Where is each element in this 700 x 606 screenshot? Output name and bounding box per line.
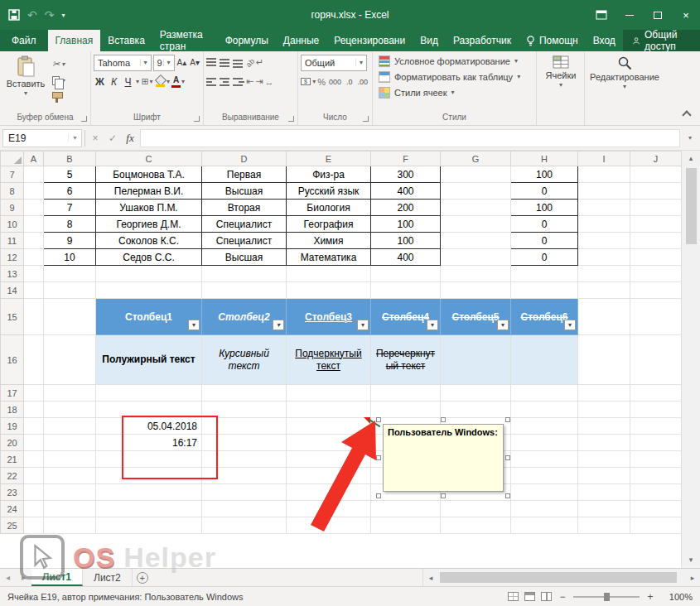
cell-B7[interactable]: 5 bbox=[44, 166, 96, 183]
cell-J23[interactable] bbox=[630, 484, 682, 501]
cell-C23[interactable] bbox=[96, 484, 202, 501]
cell-D14[interactable] bbox=[202, 282, 287, 299]
cell-J15[interactable] bbox=[630, 299, 682, 335]
cell-A23[interactable] bbox=[24, 484, 44, 501]
cell-C16[interactable]: Полужирный текст bbox=[96, 335, 202, 385]
cell-E9[interactable]: Биология bbox=[287, 200, 371, 216]
cell-E12[interactable]: Математика bbox=[287, 249, 371, 266]
cell-I16[interactable] bbox=[578, 335, 630, 385]
dialog-launcher-icon[interactable] bbox=[363, 116, 369, 122]
cell-E15[interactable]: Столбец3▾ bbox=[287, 299, 371, 335]
cell-G12[interactable] bbox=[441, 249, 511, 266]
filter-button-F15[interactable]: ▾ bbox=[427, 320, 438, 330]
cell-J24[interactable] bbox=[630, 501, 682, 517]
cell-E11[interactable]: Химия bbox=[287, 233, 371, 249]
increase-font-button[interactable]: А▴ bbox=[176, 58, 188, 67]
cell-G9[interactable] bbox=[441, 200, 511, 216]
editing-button[interactable]: Редактирование ▾ bbox=[587, 53, 662, 90]
cell-I13[interactable] bbox=[578, 266, 630, 282]
cell-D8[interactable]: Высшая bbox=[202, 183, 287, 200]
cell-D16[interactable]: Курсивный текст bbox=[202, 335, 287, 385]
cell-H22[interactable] bbox=[511, 468, 578, 484]
row-header-20[interactable]: 20 bbox=[1, 435, 24, 451]
cell-A13[interactable] bbox=[24, 266, 44, 282]
cell-I21[interactable] bbox=[578, 451, 630, 468]
cut-button[interactable]: ✂▾ bbox=[52, 57, 65, 71]
cell-F14[interactable] bbox=[371, 282, 441, 299]
filter-button-H15[interactable]: ▾ bbox=[564, 320, 576, 330]
new-sheet-button[interactable]: + bbox=[133, 569, 152, 586]
cell-E17[interactable] bbox=[287, 385, 371, 402]
percent-format-icon[interactable]: % bbox=[317, 77, 326, 87]
cell-D17[interactable] bbox=[202, 385, 287, 402]
column-header-D[interactable]: D bbox=[202, 152, 287, 166]
scroll-up-button[interactable]: ▴ bbox=[682, 151, 700, 166]
cell-B18[interactable] bbox=[44, 402, 96, 418]
cell-G17[interactable] bbox=[441, 385, 511, 402]
cell-H14[interactable] bbox=[511, 282, 578, 299]
zoom-level[interactable]: 100% bbox=[661, 592, 693, 602]
cell-G24[interactable] bbox=[441, 501, 511, 517]
close-button[interactable]: × bbox=[672, 0, 700, 30]
format-as-table-button[interactable]: Форматировать как таблицу ▾ bbox=[375, 69, 533, 84]
cell-D7[interactable]: Первая bbox=[202, 166, 287, 183]
cell-J16[interactable] bbox=[630, 335, 682, 385]
cell-J7[interactable] bbox=[630, 166, 682, 183]
sign-in-button[interactable]: Вход bbox=[586, 30, 623, 51]
row-header-25[interactable]: 25 bbox=[1, 517, 24, 534]
resize-handle[interactable] bbox=[441, 417, 446, 422]
cell-I23[interactable] bbox=[578, 484, 630, 501]
cell-C9[interactable]: Ушаков П.М. bbox=[96, 200, 202, 216]
insert-function-button[interactable]: fx bbox=[123, 132, 138, 145]
cell-B15[interactable] bbox=[44, 299, 96, 335]
cell-I8[interactable] bbox=[578, 183, 630, 200]
cell-A19[interactable] bbox=[24, 418, 44, 435]
scroll-down-button[interactable]: ▾ bbox=[682, 552, 700, 568]
tab-formulas[interactable]: Формулы bbox=[218, 30, 276, 51]
row-header-24[interactable]: 24 bbox=[1, 501, 24, 517]
zoom-in-button[interactable]: + bbox=[645, 591, 655, 603]
row-header-13[interactable]: 13 bbox=[1, 266, 24, 282]
cell-A10[interactable] bbox=[24, 216, 44, 233]
cell-A8[interactable] bbox=[24, 183, 44, 200]
cell-F7[interactable]: 300 bbox=[371, 166, 441, 183]
cell-H13[interactable] bbox=[511, 266, 578, 282]
tab-home[interactable]: Главная bbox=[48, 30, 101, 51]
cell-H23[interactable] bbox=[511, 484, 578, 501]
cell-D25[interactable] bbox=[202, 517, 287, 534]
cell-B25[interactable] bbox=[44, 517, 96, 534]
cell-I25[interactable] bbox=[578, 517, 630, 534]
cell-B19[interactable] bbox=[44, 418, 96, 435]
cell-B16[interactable] bbox=[44, 335, 96, 385]
paste-button[interactable]: Вставить ▾ bbox=[2, 53, 49, 104]
resize-handle[interactable] bbox=[505, 455, 510, 460]
cell-J8[interactable] bbox=[630, 183, 682, 200]
cell-H11[interactable]: 0 bbox=[511, 233, 578, 249]
column-header-F[interactable]: F bbox=[371, 152, 441, 166]
cell-J25[interactable] bbox=[630, 517, 682, 534]
merge-center-icon[interactable]: ↔ bbox=[264, 77, 273, 87]
row-header-12[interactable]: 12 bbox=[1, 249, 24, 266]
increase-decimal-icon[interactable]: .0 bbox=[345, 78, 355, 86]
cell-H20[interactable] bbox=[511, 435, 578, 451]
enter-button[interactable]: ✓ bbox=[105, 132, 120, 144]
column-header-B[interactable]: B bbox=[44, 152, 96, 166]
underline-button[interactable]: Ч bbox=[122, 74, 134, 89]
cell-J10[interactable] bbox=[630, 216, 682, 233]
italic-button[interactable]: К bbox=[108, 74, 120, 89]
tab-data[interactable]: Данные bbox=[276, 30, 326, 51]
cell-H16[interactable] bbox=[511, 335, 578, 385]
dialog-launcher-icon[interactable] bbox=[194, 116, 200, 122]
cell-A21[interactable] bbox=[24, 451, 44, 468]
tab-developer[interactable]: Разработчик bbox=[446, 30, 519, 51]
cell-C10[interactable]: Георгиев Д.М. bbox=[96, 216, 202, 233]
row-header-10[interactable]: 10 bbox=[1, 216, 24, 233]
cell-E13[interactable] bbox=[287, 266, 371, 282]
cell-C25[interactable] bbox=[96, 517, 202, 534]
cell-A14[interactable] bbox=[24, 282, 44, 299]
fill-color-button[interactable]: ▾ bbox=[155, 74, 170, 89]
column-header-H[interactable]: H bbox=[511, 152, 578, 166]
cell-A22[interactable] bbox=[24, 468, 44, 484]
column-header-C[interactable]: C bbox=[96, 152, 202, 166]
tab-view[interactable]: Вид bbox=[413, 30, 446, 51]
